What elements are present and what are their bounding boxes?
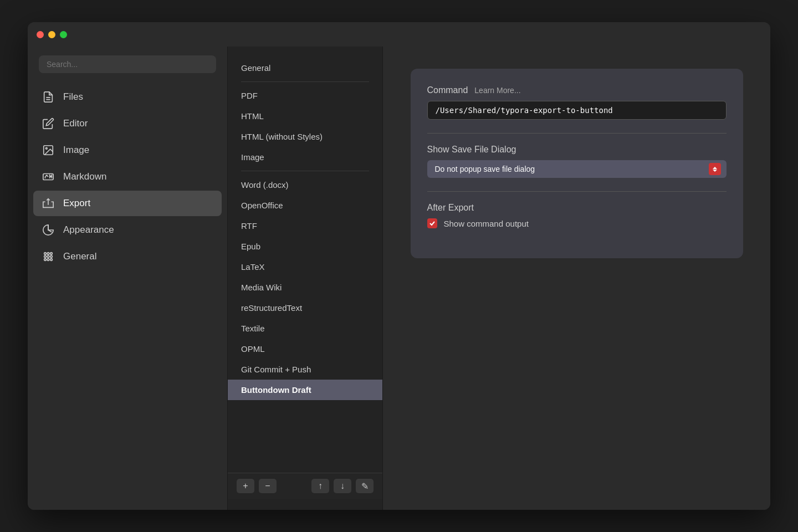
sidebar-item-files[interactable]: Files [33,84,222,110]
export-item-html[interactable]: HTML [228,106,382,126]
export-divider-1 [241,81,369,82]
command-row: Command Learn More... [427,85,727,120]
remove-export-button[interactable]: − [259,479,277,493]
right-settings-panel: Command Learn More... Show Save File Dia… [382,47,770,510]
svg-point-7 [50,253,53,255]
editor-icon [41,116,55,131]
sidebar-item-label: Appearance [63,224,114,236]
search-container [28,55,227,84]
export-item-general[interactable]: General [228,58,382,78]
save-dialog-label: Show Save File Dialog [427,145,727,155]
export-toolbar: + − ↑ ↓ ✎ [228,473,382,499]
preferences-window: Files Editor [28,22,770,510]
show-command-output-checkbox[interactable] [427,218,437,228]
main-content: Files Editor [28,47,770,510]
traffic-lights [37,31,67,38]
edit-export-button[interactable]: ✎ [356,479,374,493]
show-command-output-label: Show command output [444,219,529,228]
svg-point-6 [47,253,49,255]
show-command-output-row: Show command output [427,218,727,228]
export-divider-2 [241,171,369,171]
export-item-word[interactable]: Word (.docx) [228,175,382,195]
export-item-restructured[interactable]: reStructuredText [228,298,382,318]
command-label: Command [427,85,468,95]
image-icon [41,143,55,157]
settings-card: Command Learn More... Show Save File Dia… [411,69,743,258]
settings-divider-2 [427,191,727,192]
sidebar-item-label: Image [63,145,89,156]
export-item-pdf[interactable]: PDF [228,85,382,106]
export-item-mediawiki[interactable]: Media Wiki [228,277,382,298]
general-icon [41,249,55,264]
file-icon [41,90,55,104]
minimize-button[interactable] [48,31,55,38]
export-item-buttondown[interactable]: Buttondown Draft [228,380,382,400]
markdown-icon [41,170,55,184]
sidebar-item-appearance[interactable]: Appearance [33,217,222,243]
export-list-panel: General PDF HTML HTML (without Styles) I… [227,47,382,510]
titlebar [28,22,770,47]
sidebar-item-label: Files [63,91,83,103]
svg-point-11 [44,259,47,261]
export-item-html-no-styles[interactable]: HTML (without Styles) [228,126,382,147]
command-label-row: Command Learn More... [427,85,727,95]
svg-point-9 [47,255,49,258]
export-item-epub[interactable]: Epub [228,236,382,257]
export-item-rtf[interactable]: RTF [228,216,382,236]
after-export-label: After Export [427,203,727,213]
export-icon [41,196,55,211]
move-down-button[interactable]: ↓ [334,479,351,493]
learn-more-link[interactable]: Learn More... [474,86,520,95]
sidebar-item-label: General [63,251,96,262]
save-dialog-select[interactable]: Do not popup save file dialog [427,160,727,178]
sidebar-nav: Files Editor [28,84,227,269]
export-item-image[interactable]: Image [228,147,382,167]
svg-point-3 [45,147,47,149]
export-item-textile[interactable]: Textile [228,318,382,339]
save-dialog-row: Show Save File Dialog Do not popup save … [427,145,727,178]
svg-point-12 [47,259,49,261]
svg-point-5 [44,253,47,255]
svg-point-13 [50,259,53,261]
sidebar-item-markdown[interactable]: Markdown [33,164,222,190]
maximize-button[interactable] [60,31,67,38]
move-up-button[interactable]: ↑ [311,479,329,493]
export-item-git[interactable]: Git Commit + Push [228,359,382,380]
command-input[interactable] [427,101,727,120]
export-item-opml[interactable]: OPML [228,339,382,359]
svg-point-8 [44,255,47,258]
sidebar-item-general[interactable]: General [33,244,222,269]
add-export-button[interactable]: + [237,479,254,493]
sidebar-item-export[interactable]: Export [33,191,222,216]
sidebar-item-label: Markdown [63,171,106,182]
export-item-openoffice[interactable]: OpenOffice [228,195,382,216]
search-input[interactable] [39,55,216,73]
after-export-row-container: After Export Show command output [427,203,727,228]
sidebar: Files Editor [28,47,227,510]
settings-divider-1 [427,133,727,134]
sidebar-item-label: Export [63,198,90,209]
export-list: General PDF HTML HTML (without Styles) I… [228,58,382,400]
export-item-latex[interactable]: LaTeX [228,257,382,277]
appearance-icon [41,223,55,237]
sidebar-item-image[interactable]: Image [33,137,222,163]
svg-point-10 [50,255,53,258]
sidebar-item-editor[interactable]: Editor [33,111,222,136]
sidebar-item-label: Editor [63,118,88,129]
close-button[interactable] [37,31,44,38]
save-dialog-select-wrapper: Do not popup save file dialog [427,160,727,178]
